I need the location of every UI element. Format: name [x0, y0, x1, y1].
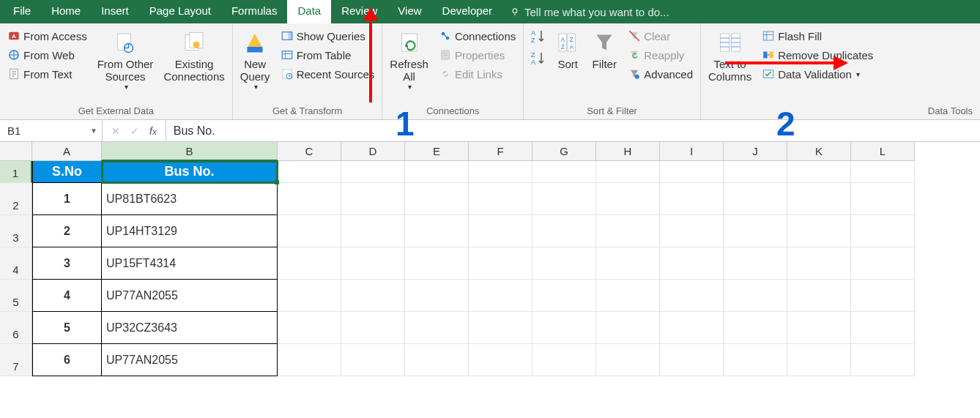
cell-H7[interactable]	[596, 344, 660, 376]
clear-button[interactable]: Clear	[625, 28, 696, 44]
recent-sources-button[interactable]: Recent Sources	[278, 66, 378, 82]
cell-C1[interactable]	[278, 161, 341, 183]
tab-review[interactable]: Review	[331, 0, 387, 23]
cell-K3[interactable]	[787, 215, 851, 247]
cell-F4[interactable]	[469, 247, 532, 280]
cell-G1[interactable]	[532, 161, 596, 183]
cell-G4[interactable]	[532, 247, 596, 280]
refresh-all-button[interactable]: Refresh All▾	[387, 28, 431, 92]
filter-button[interactable]: Filter	[588, 28, 620, 72]
cell-B4[interactable]: UP15FT4314	[102, 247, 278, 280]
cell-I7[interactable]	[660, 344, 724, 376]
existing-connections-button[interactable]: Existing Connections	[160, 28, 227, 84]
cell-I3[interactable]	[660, 215, 724, 247]
cell-J5[interactable]	[724, 280, 787, 312]
cell-E3[interactable]	[405, 215, 469, 247]
cell-C3[interactable]	[278, 215, 341, 247]
cell-F1[interactable]	[469, 161, 532, 183]
sort-button[interactable]: AZZA Sort	[552, 28, 584, 72]
sort-desc-button[interactable]: ZA	[528, 50, 547, 66]
cell-A3[interactable]: 2	[32, 215, 102, 247]
cell-K4[interactable]	[787, 247, 851, 280]
cell-H1[interactable]	[596, 161, 660, 183]
row-header-2[interactable]: 2	[0, 183, 32, 215]
cell-B5[interactable]: UP77AN2055	[102, 280, 278, 312]
cell-A1[interactable]: S.No	[32, 161, 102, 183]
cell-F7[interactable]	[469, 344, 532, 376]
cell-L4[interactable]	[851, 247, 915, 280]
tab-file[interactable]: File	[3, 0, 41, 23]
cell-C5[interactable]	[278, 280, 341, 312]
row-header-6[interactable]: 6	[0, 312, 32, 344]
row-header-1[interactable]: 1	[0, 161, 32, 183]
cell-A4[interactable]: 3	[32, 247, 102, 280]
column-header-H[interactable]: H	[596, 142, 660, 161]
from-other-sources-button[interactable]: From Other Sources▾	[94, 28, 157, 92]
cell-F6[interactable]	[469, 312, 532, 344]
text-to-columns-button[interactable]: Text to Columns	[705, 28, 754, 84]
cell-J4[interactable]	[724, 247, 787, 280]
flash-fill-button[interactable]: Flash Fill	[759, 28, 876, 44]
cell-L7[interactable]	[851, 344, 915, 376]
cell-K5[interactable]	[787, 280, 851, 312]
tab-formulas[interactable]: Formulas	[221, 0, 288, 23]
cell-D4[interactable]	[341, 247, 405, 280]
tab-view[interactable]: View	[387, 0, 431, 23]
row-header-5[interactable]: 5	[0, 280, 32, 312]
tab-data[interactable]: Data	[287, 0, 331, 23]
tab-home[interactable]: Home	[41, 0, 91, 23]
cell-L3[interactable]	[851, 215, 915, 247]
cell-B6[interactable]: UP32CZ3643	[102, 312, 278, 344]
cell-D5[interactable]	[341, 280, 405, 312]
cell-E4[interactable]	[405, 247, 469, 280]
cell-C2[interactable]	[278, 183, 341, 215]
cell-C6[interactable]	[278, 312, 341, 344]
column-header-D[interactable]: D	[341, 142, 405, 161]
from-text-button[interactable]: From Text	[4, 66, 90, 82]
cell-K1[interactable]	[787, 161, 851, 183]
cell-F3[interactable]	[469, 215, 532, 247]
cell-E1[interactable]	[405, 161, 469, 183]
cells-area[interactable]: S.NoBus No.1UP81BT66232UP14HT31293UP15FT…	[32, 161, 915, 376]
cell-J3[interactable]	[724, 215, 787, 247]
tab-developer[interactable]: Developer	[432, 0, 502, 23]
column-header-G[interactable]: G	[532, 142, 596, 161]
cell-H6[interactable]	[596, 312, 660, 344]
cell-D7[interactable]	[341, 344, 405, 376]
data-validation-button[interactable]: Data Validation▾	[759, 66, 876, 82]
cell-L6[interactable]	[851, 312, 915, 344]
cell-J6[interactable]	[724, 312, 787, 344]
cell-A5[interactable]: 4	[32, 280, 102, 312]
cell-B3[interactable]: UP14HT3129	[102, 215, 278, 247]
cell-J1[interactable]	[724, 161, 787, 183]
cell-L2[interactable]	[851, 183, 915, 215]
row-header-7[interactable]: 7	[0, 344, 32, 376]
from-web-button[interactable]: From Web	[4, 47, 90, 63]
cell-J2[interactable]	[724, 183, 787, 215]
cell-E5[interactable]	[405, 280, 469, 312]
cell-G7[interactable]	[532, 344, 596, 376]
remove-duplicates-button[interactable]: Remove Duplicates	[759, 47, 876, 63]
cell-H5[interactable]	[596, 280, 660, 312]
cell-K6[interactable]	[787, 312, 851, 344]
cell-I5[interactable]	[660, 280, 724, 312]
cell-K2[interactable]	[787, 183, 851, 215]
cell-I4[interactable]	[660, 247, 724, 280]
cell-G3[interactable]	[532, 215, 596, 247]
formula-input[interactable]: Bus No.	[166, 124, 980, 138]
cell-D3[interactable]	[341, 215, 405, 247]
column-header-C[interactable]: C	[278, 142, 341, 161]
new-query-button[interactable]: New Query▾	[237, 28, 273, 92]
column-header-F[interactable]: F	[469, 142, 532, 161]
cell-C4[interactable]	[278, 247, 341, 280]
cell-I1[interactable]	[660, 161, 724, 183]
sort-asc-button[interactable]: AZ	[528, 28, 547, 44]
column-header-B[interactable]: B	[102, 142, 278, 161]
properties-button[interactable]: Properties	[436, 47, 519, 63]
cell-A2[interactable]: 1	[32, 183, 102, 215]
cell-B7[interactable]: UP77AN2055	[102, 344, 278, 376]
select-all-corner[interactable]	[0, 142, 32, 161]
cell-D1[interactable]	[341, 161, 405, 183]
cell-E7[interactable]	[405, 344, 469, 376]
column-header-E[interactable]: E	[405, 142, 469, 161]
